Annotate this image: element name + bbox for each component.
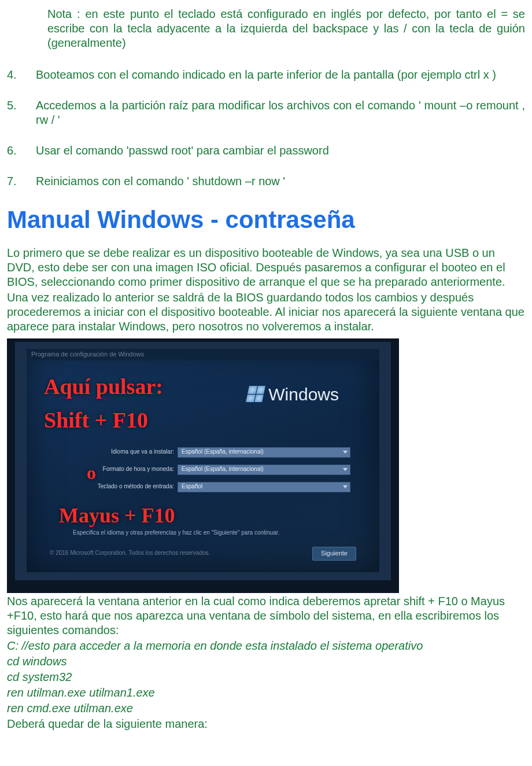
step-5: 5. Accedemos a la partición raíz para mo… xyxy=(7,98,525,127)
window-titlebar: Programa de configuración de Windows xyxy=(27,349,379,360)
windows-setup-screenshot: Programa de configuración de Windows Win… xyxy=(7,338,399,593)
keyboard-select[interactable]: Español xyxy=(178,482,350,492)
form-label: Teclado o método de entrada: xyxy=(73,483,178,491)
form-label: Idioma que va a instalar: xyxy=(73,448,178,456)
step-number: 5. xyxy=(7,98,36,127)
paragraph-4: Deberá quedar de la siguiente manera: xyxy=(7,717,525,731)
locale-select[interactable]: Español (España, internacional) xyxy=(178,465,350,475)
step-number: 6. xyxy=(7,143,36,158)
form-row-keyboard: Teclado o método de entrada: Español xyxy=(73,481,350,494)
copyright-text: © 2016 Microsoft Corporation. Todos los … xyxy=(50,550,210,557)
command-line-2: cd windows xyxy=(7,654,525,669)
paragraph-2: Una vez realizado lo anterior se saldrá … xyxy=(7,290,525,334)
command-line-5: ren cmd.exe utilman.exe xyxy=(7,701,525,716)
annotation-text-4: Mayus + F10 xyxy=(59,503,175,529)
section-heading: Manual Windows - contraseña xyxy=(7,205,525,235)
command-line-4: ren utilman.exe utilman1.exe xyxy=(7,686,525,700)
command-line-3: cd system32 xyxy=(7,670,525,684)
step-number: 4. xyxy=(7,68,36,82)
windows-logo: Windows xyxy=(247,384,339,406)
form-row-language: Idioma que va a instalar: Español (Españ… xyxy=(73,446,350,459)
form-row-locale: Formato de hora y moneda: Español (Españ… xyxy=(73,463,350,476)
note-paragraph: Nota : en este punto el teclado está con… xyxy=(7,7,525,50)
step-4: 4. Booteamos con el comando indicado en … xyxy=(7,68,525,82)
windows-flag-icon xyxy=(246,386,265,402)
step-text: Reiniciamos con el comando ' shutdown –r… xyxy=(36,174,525,189)
windows-brand-text: Windows xyxy=(268,384,339,406)
step-text: Booteamos con el comando indicado en la … xyxy=(36,68,525,82)
annotation-text-1: Aquí pulsar: xyxy=(44,373,163,401)
next-button[interactable]: Siguiente xyxy=(312,547,356,561)
command-line-1: C: //esto para acceder a la memoria en d… xyxy=(7,639,525,653)
step-number: 7. xyxy=(7,174,36,189)
step-text: Usar el comando 'passwd root' para cambi… xyxy=(36,143,525,158)
language-select[interactable]: Español (España, internacional) xyxy=(178,447,350,458)
hint-text: Especifica el idioma y otras preferencia… xyxy=(73,529,279,537)
paragraph-1: Lo primero que se debe realizar es un di… xyxy=(7,246,525,289)
step-7: 7. Reiniciamos con el comando ' shutdown… xyxy=(7,174,525,189)
annotation-text-3: o xyxy=(87,461,96,484)
annotation-text-2: Shift + F10 xyxy=(44,407,148,434)
paragraph-3: Nos aparecerá la ventana anterior en la … xyxy=(7,594,525,638)
step-text: Accedemos a la partición raíz para modif… xyxy=(36,98,525,127)
step-6: 6. Usar el comando 'passwd root' para ca… xyxy=(7,143,525,158)
